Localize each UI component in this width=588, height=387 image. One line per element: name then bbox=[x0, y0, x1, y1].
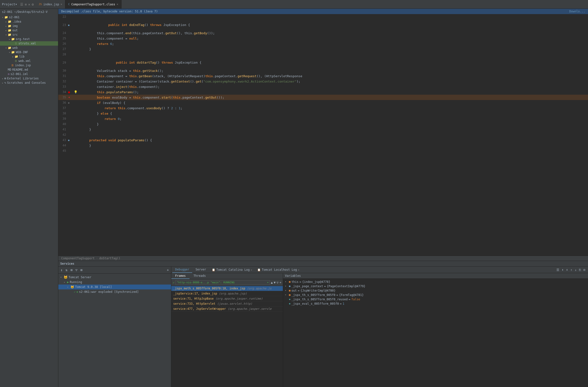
frame-item-4[interactable]: service:733, HttpServlet (javax.servlet.… bbox=[171, 301, 283, 306]
download-link[interactable]: Downlo... bbox=[569, 10, 585, 13]
variables-header: Variables bbox=[283, 273, 588, 279]
gutter2 bbox=[74, 73, 80, 79]
sidebar-item-web-xml[interactable]: 🗎 web.xml bbox=[0, 59, 58, 63]
tab-close-localhost[interactable]: ✕ bbox=[298, 269, 299, 271]
toolbar-down-btn[interactable]: ⬇ bbox=[566, 268, 569, 272]
sidebar-item-iml[interactable]: ⚙ s2-061.iml bbox=[0, 72, 58, 76]
code-line-36: 36 ● if (evalBody) { bbox=[58, 100, 588, 105]
tab-tomcat-localhost[interactable]: 📋 Tomcat Localhost Log ✕ bbox=[255, 267, 302, 273]
folder-icon: 📁 bbox=[11, 37, 15, 41]
sidebar-item-ext-libs[interactable]: ▸ ⊞ External Libraries bbox=[0, 76, 58, 81]
service-item-war[interactable]: ✓ ⚙ s2-061:war exploded [Synchronized] bbox=[58, 290, 171, 294]
toolbar-btn-settings[interactable]: ⊞ bbox=[80, 268, 83, 272]
sidebar-item-lib[interactable]: ▸ 📁 lib bbox=[0, 54, 58, 59]
project-label[interactable]: Project▾ bbox=[2, 2, 17, 6]
thread-filter[interactable]: ▽ bbox=[276, 281, 278, 284]
gutter2 bbox=[74, 84, 80, 89]
frame-item-2[interactable]: _jspService:17, index_jsp (org.apache.js… bbox=[171, 291, 283, 296]
toolbar-table-btn[interactable]: ⊟ bbox=[583, 268, 586, 272]
var-expand-out[interactable]: ▸ bbox=[285, 289, 288, 291]
sidebar-item-webinf[interactable]: ▾ 📁 WEB-INF bbox=[0, 50, 58, 54]
code-content: this.populateParams(); bbox=[80, 89, 588, 95]
frame-class-2: (org.apache.jsp) bbox=[219, 292, 247, 295]
toolbar-btn-sync[interactable]: ↕ bbox=[60, 268, 63, 272]
thread-nav-up[interactable]: ▲ bbox=[271, 281, 273, 284]
thread-dropdown[interactable]: "http-nio-8080-e...p "main": RUNNING ▾ bbox=[175, 280, 270, 285]
frames-threads-area: Frames Threads ✓ "http-nio-8080-e.. bbox=[171, 273, 283, 387]
sidebar-item-idea[interactable]: ▸ 📁 .idea bbox=[0, 19, 58, 24]
gutter bbox=[68, 36, 74, 41]
var-expand-this[interactable]: ▸ bbox=[285, 280, 288, 283]
toolbar-btn-layout[interactable]: ⊞ bbox=[70, 268, 73, 272]
toolbar-btn-add[interactable]: + bbox=[166, 268, 169, 272]
sidebar-item-index-jsp[interactable]: 🗎 index.jsp bbox=[0, 63, 58, 67]
toolbar-btn-sort[interactable]: ⇅ bbox=[65, 268, 68, 272]
code-line-23: 23 ● public int doEndTag() throws JspExc… bbox=[58, 19, 588, 30]
toolbar-arrow-down-btn[interactable]: ⇓ bbox=[574, 268, 577, 272]
sidebar-item-org-test[interactable]: ▸ 📁 org.test bbox=[0, 37, 58, 41]
sidebar-item-readme[interactable]: MD README.md bbox=[0, 67, 58, 72]
toolbar-copy-btn[interactable]: ⎘ bbox=[578, 268, 582, 272]
tab-threads[interactable]: Threads bbox=[189, 273, 210, 279]
var-icon-reused: ◆ bbox=[289, 298, 291, 301]
toolbar-icon-3[interactable]: ✕ bbox=[28, 2, 30, 6]
toolbar-icon-2[interactable]: ≡ bbox=[25, 2, 27, 6]
sidebar-item-label: lib bbox=[19, 55, 24, 58]
services-toolbar: ↕ ⇅ ⊞ ▽ ⊞ + bbox=[58, 267, 171, 274]
tab-index-jsp[interactable]: JS index.jsp ✕ bbox=[36, 0, 65, 8]
sidebar-item-scratches[interactable]: ▸ ✎ Scratches and Consoles bbox=[0, 81, 58, 85]
var-expand-th[interactable]: ▸ bbox=[285, 293, 288, 296]
toolbar-icon-4[interactable]: ⚙ bbox=[32, 2, 34, 6]
frame-item-5[interactable]: service:477, JspServletWrapper (org.apac… bbox=[171, 306, 283, 311]
toolbar-icon-1[interactable]: ☰ bbox=[20, 2, 23, 6]
toolbar-arrow-up-btn[interactable]: ⇑ bbox=[570, 268, 573, 272]
gutter bbox=[68, 84, 74, 89]
sidebar-item-label: .idea bbox=[12, 20, 21, 23]
thread-add[interactable]: + bbox=[279, 281, 281, 284]
tab-server[interactable]: Server bbox=[193, 267, 209, 273]
thread-nav-down[interactable]: ▼ bbox=[274, 281, 276, 284]
var-item-th-reused: ◆ _jspx_th_s_005fform_005f0_reused = fal… bbox=[285, 297, 586, 302]
tab-catalina-label: Tomcat Catalina Log bbox=[216, 268, 250, 271]
sidebar-item-out[interactable]: ▸ 📁 out bbox=[0, 28, 58, 33]
breadcrumb-method[interactable]: doStartTag() bbox=[99, 257, 121, 260]
sidebar-item-img[interactable]: ▸ 📁 img bbox=[0, 24, 58, 28]
frame-item-3[interactable]: service:71, HttpJspBase (org.apache.jasp… bbox=[171, 296, 283, 301]
tab-debugger[interactable]: Debugger bbox=[172, 267, 192, 273]
chevron-down-icon: ▾ bbox=[1, 16, 4, 19]
service-item-running[interactable]: ▾ ▶ Running bbox=[58, 280, 171, 285]
code-line-39: 39 return 0; bbox=[58, 116, 588, 121]
gutter-breakpoint: ● bbox=[68, 89, 74, 95]
tab-close-index-jsp[interactable]: ✕ bbox=[61, 3, 62, 6]
sidebar-item-label: src bbox=[12, 33, 18, 37]
gutter bbox=[68, 105, 74, 111]
code-area[interactable]: 22 23 ● public int doEndTag() throws Jsp… bbox=[58, 14, 588, 256]
folder-icon: 📁 bbox=[4, 16, 8, 19]
sidebar-item-struts-xml[interactable]: 🗎 struts.xml bbox=[0, 41, 58, 46]
dropdown-arrow-icon: ▾ bbox=[267, 281, 269, 284]
toolbar-up-btn[interactable]: ⬆ bbox=[561, 268, 565, 272]
gutter: ● bbox=[68, 137, 74, 143]
tab-component-tag[interactable]: C ComponentTagSupport.class ✕ bbox=[65, 0, 122, 8]
toolbar-layout-btn[interactable]: ☰ bbox=[556, 268, 560, 272]
breadcrumb-component[interactable]: ComponentTagSupport bbox=[61, 257, 95, 260]
tab-frames[interactable]: Frames bbox=[171, 273, 189, 279]
code-content: Container container = (Container)stack.g… bbox=[80, 79, 588, 84]
frame-class-3: (org.apache.jasper.runtime) bbox=[215, 297, 263, 300]
frame-item-1[interactable]: _jspx_meth_s_005fform_005f0:18, index_js… bbox=[171, 286, 283, 291]
tab-close-component-tag[interactable]: ✕ bbox=[117, 3, 118, 6]
var-icon-this: ■ bbox=[289, 280, 291, 283]
tab-label-index-jsp: index.jsp bbox=[43, 3, 59, 6]
toolbar-btn-filter[interactable]: ▽ bbox=[75, 268, 78, 272]
code-content: } bbox=[80, 121, 588, 127]
var-icon-th: ■ bbox=[289, 293, 291, 296]
sidebar-item-src[interactable]: ▾ 📁 src bbox=[0, 33, 58, 37]
tab-tomcat-catalina[interactable]: 📋 Tomcat Catalina Log ✕ bbox=[210, 267, 254, 273]
service-item-tomcat-938[interactable]: ▾ 🐱 Tomcat 9.0.38 [local] bbox=[58, 285, 171, 290]
thread-dropdown-label: "http-nio-8080-e...p "main": RUNNING bbox=[177, 281, 234, 284]
var-expand-ctx[interactable]: ▸ bbox=[285, 285, 288, 287]
service-item-tomcat-server[interactable]: ▾ 🐱 Tomcat Server bbox=[58, 275, 171, 280]
sidebar-item-web[interactable]: ▾ 📁 web bbox=[0, 46, 58, 50]
sidebar-item-s2-061[interactable]: ▾ 📁 s2-061 bbox=[0, 15, 58, 19]
tab-close-catalina[interactable]: ✕ bbox=[251, 269, 252, 271]
